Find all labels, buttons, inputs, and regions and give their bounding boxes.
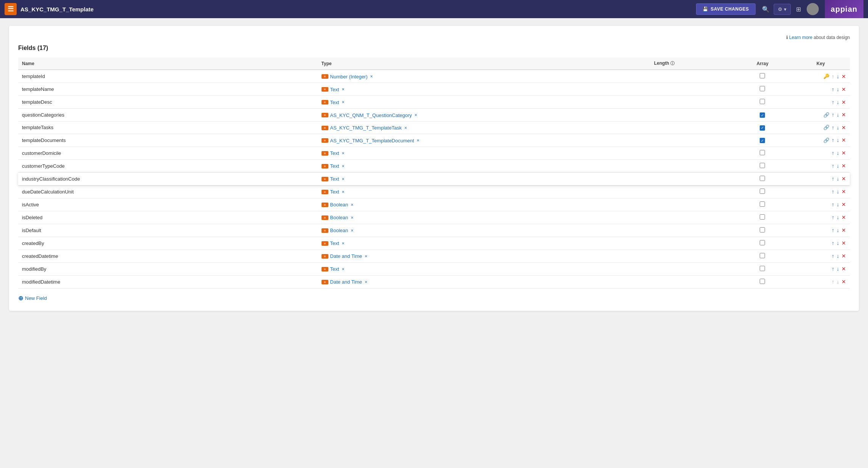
type-remove-button[interactable]: × bbox=[365, 279, 367, 285]
delete-field-button[interactable]: ✕ bbox=[841, 99, 846, 105]
delete-field-button[interactable]: ✕ bbox=[841, 137, 846, 143]
field-array-cell[interactable] bbox=[734, 147, 792, 159]
move-up-button[interactable]: ↑ bbox=[832, 189, 834, 195]
move-up-button[interactable]: ↑ bbox=[832, 112, 834, 118]
move-up-button[interactable]: ↑ bbox=[832, 201, 834, 207]
delete-field-button[interactable]: ✕ bbox=[841, 253, 846, 259]
array-checkbox[interactable] bbox=[760, 253, 765, 258]
move-down-button[interactable]: ↓ bbox=[837, 214, 839, 220]
field-array-cell[interactable]: ✓ bbox=[734, 109, 792, 122]
delete-field-button[interactable]: ✕ bbox=[841, 201, 846, 207]
array-checkbox[interactable] bbox=[760, 99, 765, 104]
type-remove-button[interactable]: × bbox=[342, 189, 344, 195]
field-array-cell[interactable] bbox=[734, 185, 792, 198]
delete-field-button[interactable]: ✕ bbox=[841, 214, 846, 220]
array-checkbox[interactable] bbox=[760, 214, 765, 220]
array-checkbox-checked[interactable]: ✓ bbox=[760, 112, 765, 118]
move-up-button[interactable]: ↑ bbox=[832, 214, 834, 220]
array-checkbox-checked[interactable]: ✓ bbox=[760, 125, 765, 131]
array-checkbox[interactable] bbox=[760, 86, 765, 91]
relation-icon[interactable]: 🔗 bbox=[823, 137, 829, 143]
type-remove-button[interactable]: × bbox=[415, 112, 417, 118]
array-checkbox[interactable] bbox=[760, 266, 765, 271]
move-down-button[interactable]: ↓ bbox=[837, 227, 839, 233]
save-changes-button[interactable]: 💾 SAVE CHANGES bbox=[696, 3, 756, 15]
field-array-cell[interactable] bbox=[734, 237, 792, 250]
type-remove-button[interactable]: × bbox=[417, 138, 419, 143]
avatar[interactable] bbox=[807, 3, 819, 15]
type-remove-button[interactable]: × bbox=[342, 87, 344, 92]
move-up-button[interactable]: ↑ bbox=[832, 73, 834, 80]
move-up-button[interactable]: ↑ bbox=[832, 227, 834, 233]
array-checkbox[interactable] bbox=[760, 240, 765, 245]
delete-field-button[interactable]: ✕ bbox=[841, 176, 846, 182]
move-up-button[interactable]: ↑ bbox=[832, 279, 834, 285]
search-button[interactable]: 🔍 bbox=[759, 3, 772, 16]
move-down-button[interactable]: ↓ bbox=[837, 201, 839, 207]
delete-field-button[interactable]: ✕ bbox=[841, 240, 846, 246]
new-field-link[interactable]: ⊕ New Field bbox=[18, 295, 47, 302]
array-checkbox[interactable] bbox=[760, 189, 765, 194]
array-checkbox[interactable] bbox=[760, 227, 765, 232]
delete-field-button[interactable]: ✕ bbox=[841, 125, 846, 131]
relation-icon[interactable]: 🔗 bbox=[823, 125, 829, 130]
array-checkbox[interactable] bbox=[760, 176, 765, 181]
field-array-cell[interactable]: ✓ bbox=[734, 121, 792, 134]
move-down-button[interactable]: ↓ bbox=[837, 163, 839, 169]
move-down-button[interactable]: ↓ bbox=[837, 99, 839, 105]
move-up-button[interactable]: ↑ bbox=[832, 137, 834, 143]
move-up-button[interactable]: ↑ bbox=[832, 99, 834, 105]
field-array-cell[interactable] bbox=[734, 159, 792, 172]
array-checkbox[interactable] bbox=[760, 163, 765, 168]
settings-dropdown[interactable]: ⚙ ▾ bbox=[774, 4, 791, 15]
delete-field-button[interactable]: ✕ bbox=[841, 150, 846, 156]
move-down-button[interactable]: ↓ bbox=[837, 125, 839, 131]
field-array-cell[interactable] bbox=[734, 224, 792, 237]
array-checkbox[interactable] bbox=[760, 279, 765, 284]
type-remove-button[interactable]: × bbox=[342, 164, 344, 169]
type-remove-button[interactable]: × bbox=[342, 151, 344, 156]
delete-field-button[interactable]: ✕ bbox=[841, 112, 846, 118]
field-array-cell[interactable]: ✓ bbox=[734, 134, 792, 147]
type-remove-button[interactable]: × bbox=[342, 267, 344, 272]
move-up-button[interactable]: ↑ bbox=[832, 150, 834, 156]
delete-field-button[interactable]: ✕ bbox=[841, 189, 846, 195]
move-up-button[interactable]: ↑ bbox=[832, 86, 834, 92]
move-down-button[interactable]: ↓ bbox=[837, 189, 839, 195]
move-down-button[interactable]: ↓ bbox=[837, 137, 839, 143]
move-up-button[interactable]: ↑ bbox=[832, 125, 834, 131]
move-up-button[interactable]: ↑ bbox=[832, 266, 834, 272]
type-remove-button[interactable]: × bbox=[351, 215, 353, 220]
delete-field-button[interactable]: ✕ bbox=[841, 163, 846, 169]
move-down-button[interactable]: ↓ bbox=[837, 176, 839, 182]
delete-field-button[interactable]: ✕ bbox=[841, 279, 846, 285]
type-remove-button[interactable]: × bbox=[342, 241, 344, 246]
field-array-cell[interactable] bbox=[734, 250, 792, 262]
array-checkbox[interactable] bbox=[760, 150, 765, 155]
type-remove-button[interactable]: × bbox=[370, 74, 373, 79]
move-down-button[interactable]: ↓ bbox=[837, 240, 839, 246]
field-array-cell[interactable] bbox=[734, 83, 792, 96]
type-remove-button[interactable]: × bbox=[365, 254, 367, 259]
field-array-cell[interactable] bbox=[734, 198, 792, 211]
field-array-cell[interactable] bbox=[734, 262, 792, 275]
type-remove-button[interactable]: × bbox=[404, 125, 407, 131]
learn-more-link[interactable]: Learn more bbox=[789, 35, 812, 40]
type-remove-button[interactable]: × bbox=[342, 176, 344, 182]
field-array-cell[interactable] bbox=[734, 211, 792, 224]
move-up-button[interactable]: ↑ bbox=[832, 176, 834, 182]
move-down-button[interactable]: ↓ bbox=[837, 73, 839, 80]
field-array-cell[interactable] bbox=[734, 275, 792, 288]
array-checkbox[interactable] bbox=[760, 201, 765, 207]
move-up-button[interactable]: ↑ bbox=[832, 240, 834, 246]
field-array-cell[interactable] bbox=[734, 70, 792, 83]
relation-icon[interactable]: 🔗 bbox=[823, 112, 829, 118]
delete-field-button[interactable]: ✕ bbox=[841, 73, 846, 80]
field-array-cell[interactable] bbox=[734, 172, 792, 185]
move-down-button[interactable]: ↓ bbox=[837, 86, 839, 92]
move-down-button[interactable]: ↓ bbox=[837, 112, 839, 118]
move-down-button[interactable]: ↓ bbox=[837, 253, 839, 259]
type-remove-button[interactable]: × bbox=[351, 228, 353, 233]
type-remove-button[interactable]: × bbox=[342, 100, 344, 105]
field-array-cell[interactable] bbox=[734, 96, 792, 109]
